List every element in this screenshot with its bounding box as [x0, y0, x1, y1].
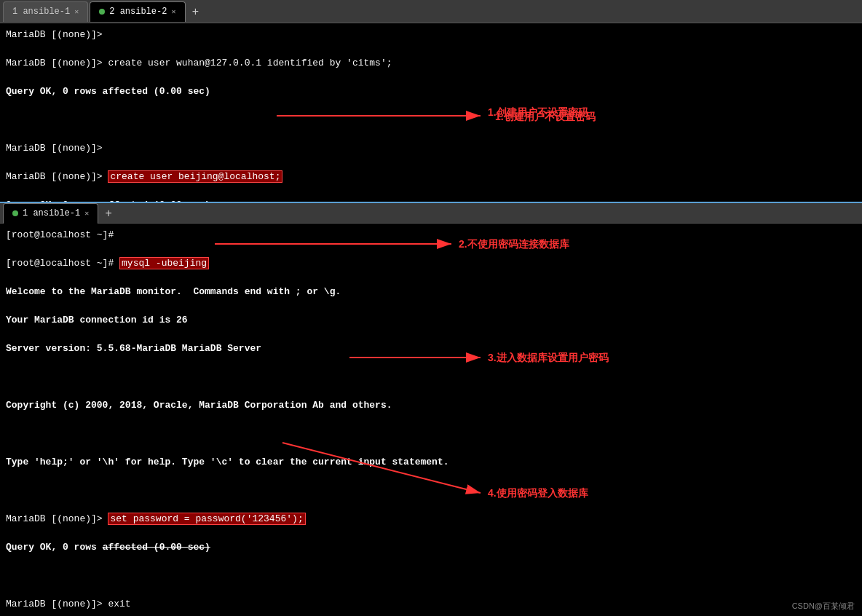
tab2-close[interactable]: ✕ — [171, 7, 175, 16]
b-line-10 — [6, 483, 856, 498]
highlight-command-1: create user beijing@localhost; — [108, 170, 282, 183]
line-7: Query OK, 0 rows affected (0.00 sec) — [6, 198, 856, 202]
terminal-panel-bottom: [root@localhost ~]# [root@localhost ~]# … — [0, 224, 862, 616]
line-1: MariaDB [(none)]> — [6, 28, 856, 42]
add-tab-button-bottom[interactable]: + — [100, 205, 117, 222]
b-line-1: [root@localhost ~]# — [6, 228, 856, 242]
terminal-output-top: MariaDB [(none)]> MariaDB [(none)]> crea… — [6, 28, 856, 202]
annotation-3-text: 3.进入数据库设置用户密码 — [488, 350, 609, 366]
b-line-3: Welcome to the MariaDB monitor. Commands… — [6, 285, 856, 299]
line-5: MariaDB [(none)]> — [6, 141, 856, 156]
line-4 — [6, 113, 856, 127]
b-line-9: Type 'help;' or '\h' for help. Type '\c'… — [6, 455, 856, 470]
tab-dot-bottom — [12, 210, 18, 216]
bottom-tab-bar: 1 ansible-1 ✕ + — [0, 202, 862, 224]
tab1-close[interactable]: ✕ — [74, 7, 79, 16]
tab-bottom-label: 1 ansible-1 — [23, 208, 80, 218]
annotation-2-text: 2.不使用密码连接数据库 — [459, 237, 569, 252]
b-line-12: Query OK, 0 rows affected (0.00 sec) — [6, 540, 856, 555]
annotation-4-text: 4.使用密码登入数据库 — [488, 486, 588, 501]
line-6: MariaDB [(none)]> create user beijing@lo… — [6, 170, 856, 184]
annotation-1-text: 1.创建用户不设置密码 — [488, 105, 588, 120]
line-2: MariaDB [(none)]> create user wuhan@127.… — [6, 56, 856, 71]
terminal-panel-top: MariaDB [(none)]> MariaDB [(none)]> crea… — [0, 23, 862, 202]
tab2-label: 2 ansible-2 — [109, 7, 167, 17]
tab-ansible1-bottom[interactable]: 1 ansible-1 ✕ — [3, 203, 98, 224]
b-line-5: Server version: 5.5.68-MariaDB MariaDB S… — [6, 341, 856, 356]
b-line-13 — [6, 569, 856, 583]
terminal-output-bottom: [root@localhost ~]# [root@localhost ~]# … — [6, 228, 856, 616]
b-line-11: MariaDB [(none)]> set password = passwor… — [6, 512, 856, 526]
watermark: CSDN@百某倾君 — [792, 600, 855, 612]
tab-ansible2-top[interactable]: 2 ansible-2 ✕ — [90, 1, 185, 22]
b-line-2: [root@localhost ~]# mysql -ubeijing — [6, 256, 856, 271]
tab-ansible1-top[interactable]: 1 ansible-1 ✕ — [3, 1, 88, 22]
add-tab-button-top[interactable]: + — [187, 3, 205, 20]
b-line-6 — [6, 370, 856, 384]
top-tab-bar: 1 ansible-1 ✕ 2 ansible-2 ✕ + — [0, 0, 862, 23]
tab-bottom-close[interactable]: ✕ — [84, 209, 89, 218]
b-line-14: MariaDB [(none)]> exit — [6, 597, 856, 612]
line-3: Query OK, 0 rows affected (0.00 sec) — [6, 84, 856, 99]
highlight-command-2: mysql -ubeijing — [119, 257, 209, 269]
highlight-command-3: set password = password('123456'); — [108, 513, 305, 525]
b-line-7: Copyright (c) 2000, 2018, Oracle, MariaD… — [6, 398, 856, 413]
b-line-8 — [6, 427, 856, 441]
b-line-4: Your MariaDB connection id is 26 — [6, 313, 856, 328]
tab1-label: 1 ansible-1 — [12, 7, 70, 17]
tab2-dot — [99, 9, 105, 15]
